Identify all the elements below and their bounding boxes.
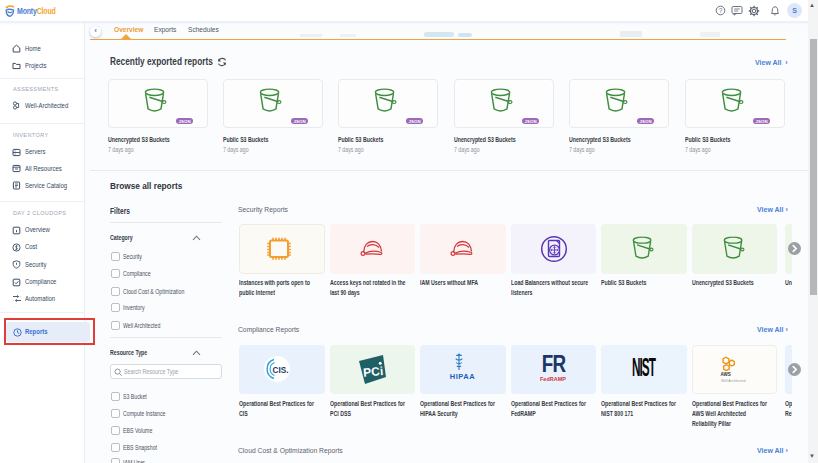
svg-text:?: ?: [719, 7, 723, 14]
svg-text:CIS.: CIS.: [273, 366, 289, 375]
svg-text:PCi: PCi: [362, 364, 383, 380]
